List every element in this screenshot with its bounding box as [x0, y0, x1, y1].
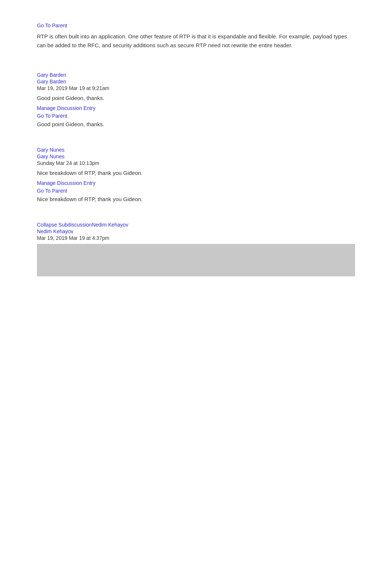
gary-barden-date: Mar 19, 2019 Mar 19 at 9:21am: [37, 85, 355, 91]
gary-barden-repeated-text: Good point Gideon, thanks.: [37, 120, 355, 129]
gary-nunes-date: Sunday Mar 24 at 10:13pm: [37, 160, 355, 166]
intro-section: Go To Parent RTP is often built into an …: [37, 22, 355, 50]
nedim-author-link[interactable]: Nedim Kehayov: [92, 222, 128, 228]
gary-nunes-author-name[interactable]: Gary Nunes: [37, 154, 355, 159]
gary-nunes-manage-link[interactable]: Manage Discussion Entry: [37, 180, 96, 186]
gary-barden-author-name[interactable]: Gary Barden: [37, 79, 355, 84]
gary-barden-go-to-parent[interactable]: Go To Parent: [37, 113, 355, 119]
intro-go-to-parent-link[interactable]: Go To Parent: [37, 23, 67, 28]
gary-nunes-text: Nice breakdown of RTP, thank you Gideon.: [37, 169, 355, 177]
gary-barden-text: Good point Gideon, thanks.: [37, 94, 355, 103]
comment-gary-nunes: Gary Nunes Gary Nunes Sunday Mar 24 at 1…: [37, 147, 355, 203]
gary-barden-manage[interactable]: Manage Discussion Entry: [37, 105, 355, 111]
collapse-subdiscussion-link[interactable]: Collapse Subdiscussion: [37, 222, 92, 228]
comment-nedim-kehayov: Collapse Subdiscussion Nedim Kehayov Ned…: [37, 222, 355, 276]
comment-gary-barden: Gary Barden Gary Barden Mar 19, 2019 Mar…: [37, 72, 355, 128]
nedim-date: Mar 19, 2019 Mar 19 at 4:37pm: [37, 235, 355, 241]
intro-go-to-parent[interactable]: Go To Parent: [37, 22, 355, 28]
gary-nunes-manage[interactable]: Manage Discussion Entry: [37, 180, 355, 186]
gary-nunes-author-link[interactable]: Gary Nunes: [37, 147, 355, 153]
nedim-subdiscussion-header: Collapse Subdiscussion Nedim Kehayov: [37, 222, 355, 228]
gary-nunes-go-to-parent[interactable]: Go To Parent: [37, 187, 355, 194]
gary-nunes-go-to-parent-link[interactable]: Go To Parent: [37, 188, 67, 194]
nedim-blurred-text: I believe that you have mentioned about …: [37, 244, 355, 276]
gary-barden-manage-link[interactable]: Manage Discussion Entry: [37, 105, 96, 111]
gary-barden-author-link[interactable]: Gary Barden: [37, 72, 355, 78]
gary-barden-go-to-parent-link[interactable]: Go To Parent: [37, 113, 67, 119]
nedim-author-name[interactable]: Nedim Kehayov: [37, 228, 355, 234]
intro-body: RTP is often built into an application. …: [37, 32, 355, 50]
gary-nunes-repeated-text: Nice breakdown of RTP, thank you Gideon.: [37, 195, 355, 204]
